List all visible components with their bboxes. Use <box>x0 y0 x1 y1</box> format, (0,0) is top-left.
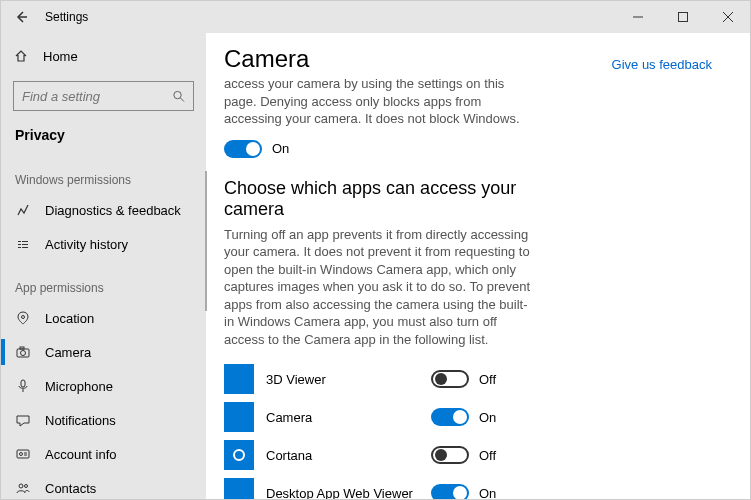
svg-rect-11 <box>22 247 28 248</box>
minimize-button[interactable] <box>615 1 660 33</box>
svg-point-14 <box>21 351 26 356</box>
sidebar-item-label: Contacts <box>45 481 96 496</box>
app-row: 3D ViewerOff <box>224 360 726 398</box>
arrow-left-icon <box>14 10 28 24</box>
sidebar-item-location[interactable]: Location <box>13 301 194 335</box>
sidebar-item-microphone[interactable]: Microphone <box>13 369 194 403</box>
sidebar-item-activity-history[interactable]: Activity history <box>13 227 194 261</box>
app-toggle-label: On <box>479 410 496 425</box>
app-name: Desktop App Web Viewer <box>266 486 431 499</box>
svg-point-18 <box>20 453 23 456</box>
app-icon <box>224 402 254 432</box>
svg-rect-16 <box>21 380 25 387</box>
home-nav[interactable]: Home <box>13 39 194 73</box>
section-app-permissions: App permissions <box>13 281 194 295</box>
category-label: Privacy <box>13 123 194 153</box>
svg-rect-10 <box>22 244 28 245</box>
account-icon <box>15 447 31 461</box>
svg-rect-15 <box>20 347 24 349</box>
main-panel: Give us feedback Camera access your came… <box>206 33 750 499</box>
svg-rect-7 <box>18 244 21 245</box>
svg-point-4 <box>174 91 181 98</box>
diag-icon <box>15 203 31 217</box>
camera-icon <box>15 345 31 359</box>
close-button[interactable] <box>705 1 750 33</box>
sidebar-item-contacts[interactable]: Contacts <box>13 471 194 499</box>
sidebar-item-label: Camera <box>45 345 91 360</box>
sidebar-item-account-info[interactable]: Account info <box>13 437 194 471</box>
app-icon <box>224 478 254 499</box>
camera-access-toggle[interactable] <box>224 140 262 158</box>
svg-point-22 <box>25 485 28 488</box>
apps-subhead: Choose which apps can access your camera <box>224 178 544 220</box>
svg-rect-9 <box>22 241 28 242</box>
app-row: CortanaOff <box>224 436 726 474</box>
notif-icon <box>15 413 31 427</box>
app-toggle-label: Off <box>479 448 496 463</box>
contacts-icon <box>15 481 31 495</box>
feedback-link[interactable]: Give us feedback <box>612 57 712 72</box>
sidebar-item-diagnostics-feedback[interactable]: Diagnostics & feedback <box>13 193 194 227</box>
camera-access-toggle-label: On <box>272 141 289 156</box>
sidebar-item-notifications[interactable]: Notifications <box>13 403 194 437</box>
section-windows-permissions: Windows permissions <box>13 173 194 187</box>
app-icon <box>224 364 254 394</box>
app-toggle-label: On <box>479 486 496 499</box>
svg-rect-8 <box>18 247 21 248</box>
search-box[interactable] <box>13 81 194 111</box>
intro-text: access your camera by using the settings… <box>224 75 534 128</box>
apps-desc: Turning off an app prevents it from dire… <box>224 226 534 349</box>
window-controls <box>615 1 750 33</box>
sidebar-item-camera[interactable]: Camera <box>13 335 194 369</box>
app-row: CameraOn <box>224 398 726 436</box>
app-icon <box>224 440 254 470</box>
sidebar-item-label: Activity history <box>45 237 128 252</box>
sidebar-item-label: Account info <box>45 447 117 462</box>
app-name: Cortana <box>266 448 431 463</box>
svg-rect-1 <box>678 13 687 22</box>
app-name: 3D Viewer <box>266 372 431 387</box>
back-button[interactable] <box>1 1 41 33</box>
svg-point-12 <box>22 316 25 319</box>
search-icon <box>172 89 185 103</box>
sidebar-item-label: Notifications <box>45 413 116 428</box>
sidebar-item-label: Microphone <box>45 379 113 394</box>
mic-icon <box>15 379 31 393</box>
home-label: Home <box>43 49 78 64</box>
svg-rect-6 <box>18 241 21 242</box>
sidebar: Home Privacy Windows permissions Diagnos… <box>1 33 206 499</box>
app-toggle[interactable] <box>431 408 469 426</box>
titlebar: Settings <box>1 1 750 33</box>
activity-icon <box>15 237 31 251</box>
maximize-button[interactable] <box>660 1 705 33</box>
window-title: Settings <box>45 10 88 24</box>
app-toggle-label: Off <box>479 372 496 387</box>
app-toggle[interactable] <box>431 446 469 464</box>
search-input[interactable] <box>22 89 172 104</box>
svg-line-5 <box>180 98 184 102</box>
app-name: Camera <box>266 410 431 425</box>
svg-point-21 <box>19 484 23 488</box>
app-toggle[interactable] <box>431 484 469 499</box>
app-list: 3D ViewerOffCameraOnCortanaOffDesktop Ap… <box>224 360 726 499</box>
sidebar-item-label: Location <box>45 311 94 326</box>
app-row: Desktop App Web ViewerOn <box>224 474 726 499</box>
app-toggle[interactable] <box>431 370 469 388</box>
sidebar-item-label: Diagnostics & feedback <box>45 203 181 218</box>
location-icon <box>15 311 31 325</box>
home-icon <box>13 49 29 63</box>
